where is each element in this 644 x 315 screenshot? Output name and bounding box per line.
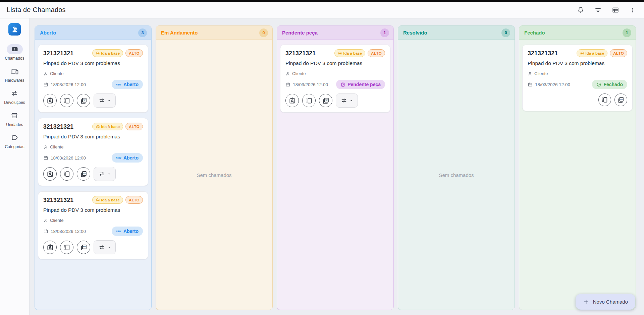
contact-button[interactable] <box>285 94 299 107</box>
column-count-badge: 0 <box>259 28 268 37</box>
pdf-button[interactable] <box>77 167 90 181</box>
column-body: 321321321 Ida à base ALTO Pinpad do PDV … <box>519 40 636 310</box>
priority-badge: ALTO <box>125 123 143 130</box>
swap-arrows-icon <box>98 171 105 178</box>
column-count-badge: 1 <box>380 28 389 37</box>
status-badge: NEWAberto <box>112 227 143 236</box>
device-button[interactable] <box>598 93 611 106</box>
more-options-button[interactable] <box>629 7 636 13</box>
garage-icon <box>96 124 100 129</box>
priority-badge: ALTO <box>368 49 385 57</box>
move-status-dropdown[interactable] <box>94 93 116 108</box>
contact-card-icon <box>46 170 54 178</box>
pdf-button[interactable] <box>77 241 90 254</box>
status-badge: Fechado <box>592 80 627 89</box>
kebab-menu-icon <box>629 7 636 13</box>
filter-button[interactable] <box>594 6 602 14</box>
new-icon: NEW <box>116 230 121 233</box>
move-status-dropdown[interactable] <box>336 93 358 108</box>
notifications-button[interactable] <box>577 6 584 14</box>
pdf-button[interactable] <box>77 94 90 107</box>
new-ticket-label: Novo Chamado <box>593 299 628 305</box>
table-view-button[interactable] <box>612 6 619 14</box>
column-title: Fechado <box>524 30 545 36</box>
device-icon <box>63 244 71 251</box>
device-button[interactable] <box>60 167 73 181</box>
column-header: Aberto 3 <box>35 26 151 40</box>
priority-badge: ALTO <box>610 49 627 57</box>
client-row: Cliente <box>285 71 385 76</box>
column-count-badge: 1 <box>623 28 631 37</box>
garage-icon <box>338 51 342 55</box>
move-status-dropdown[interactable] <box>94 240 116 254</box>
pdf-icon <box>80 244 88 251</box>
column-title: Aberto <box>40 30 56 36</box>
contact-button[interactable] <box>43 167 57 181</box>
datetime-row: 18/03/2026 12:00 <box>43 82 86 87</box>
device-icon <box>601 96 608 104</box>
tag-icon <box>11 134 19 142</box>
contact-button[interactable] <box>43 241 57 254</box>
swap-arrows-icon <box>98 97 105 104</box>
devices-icon <box>11 67 19 75</box>
device-button[interactable] <box>60 241 73 254</box>
datetime-row: 18/03/2026 12:00 <box>528 82 570 87</box>
column-pendente-peca: Pendente peça 1 321321321 Ida à base ALT… <box>277 25 394 310</box>
person-icon <box>43 71 48 76</box>
calendar-icon <box>43 82 48 87</box>
contact-button[interactable] <box>43 94 57 107</box>
new-ticket-button[interactable]: Novo Chamado <box>576 294 635 310</box>
datetime-row: 18/03/2026 12:00 <box>285 82 328 87</box>
ticket-id: 321321321 <box>285 49 316 57</box>
pdf-button[interactable] <box>614 93 627 106</box>
ticket-id: 321321321 <box>43 196 73 204</box>
calendar-icon <box>43 155 48 161</box>
garage-icon <box>96 198 100 202</box>
column-title: Resolvido <box>403 30 427 36</box>
kanban-board: Aberto 3 321321321 Ida à base ALTO Pinpa… <box>30 18 644 315</box>
column-header: Em Andamento 0 <box>156 26 272 40</box>
ticket-card[interactable]: 321321321 Ida à base ALTO Pinpad do PDV … <box>38 191 148 259</box>
column-title: Pendente peça <box>282 30 318 36</box>
device-icon <box>63 170 71 178</box>
sidebar-item-hardwares[interactable]: Hardwares <box>5 66 24 83</box>
location-badge: Ida à base <box>92 49 123 57</box>
column-em-andamento: Em Andamento 0 Sem chamados <box>156 25 273 310</box>
swap-arrows-icon <box>98 244 105 251</box>
device-button[interactable] <box>60 94 73 107</box>
calendar-icon <box>43 229 48 234</box>
sidebar: Chamados Hardwares Devoluções Unidades C… <box>0 18 30 315</box>
sidebar-item-categorias[interactable]: Categorias <box>5 133 24 149</box>
support-agent-icon <box>10 25 19 34</box>
column-header: Pendente peça 1 <box>277 26 393 40</box>
column-count-badge: 0 <box>501 28 510 37</box>
column-body: Sem chamados <box>398 40 515 310</box>
sidebar-item-unidades[interactable]: Unidades <box>6 111 23 127</box>
ticket-card[interactable]: 321321321 Ida à base ALTO Pinpad do PDV … <box>38 118 148 186</box>
table-view-icon <box>612 6 619 14</box>
location-badge: Ida à base <box>334 49 366 57</box>
pdf-icon <box>322 97 330 105</box>
sidebar-item-devolucoes[interactable]: Devoluções <box>4 88 25 105</box>
pdf-icon <box>80 97 88 105</box>
person-icon <box>43 145 48 149</box>
device-button[interactable] <box>302 94 316 107</box>
ticket-card[interactable]: 321321321 Ida à base ALTO Pinpad do PDV … <box>38 45 148 113</box>
client-row: Cliente <box>43 144 143 149</box>
ticket-card[interactable]: 321321321 Ida à base ALTO Pinpad do PDV … <box>280 45 390 113</box>
sidebar-item-label: Unidades <box>6 122 23 127</box>
person-icon <box>43 218 48 223</box>
priority-badge: ALTO <box>125 196 143 204</box>
move-status-dropdown[interactable] <box>94 167 116 181</box>
header-actions <box>577 6 636 14</box>
ticket-card[interactable]: 321321321 Ida à base ALTO Pinpad do PDV … <box>522 45 633 111</box>
caret-down-icon <box>107 172 111 176</box>
device-icon <box>305 97 313 105</box>
swap-arrows-icon <box>340 97 347 104</box>
pdf-button[interactable] <box>319 94 332 107</box>
caret-down-icon <box>349 99 354 103</box>
sidebar-item-label: Devoluções <box>4 100 25 105</box>
sidebar-item-chamados[interactable]: Chamados <box>5 44 24 61</box>
column-title: Em Andamento <box>161 30 198 36</box>
bell-icon <box>577 6 584 14</box>
